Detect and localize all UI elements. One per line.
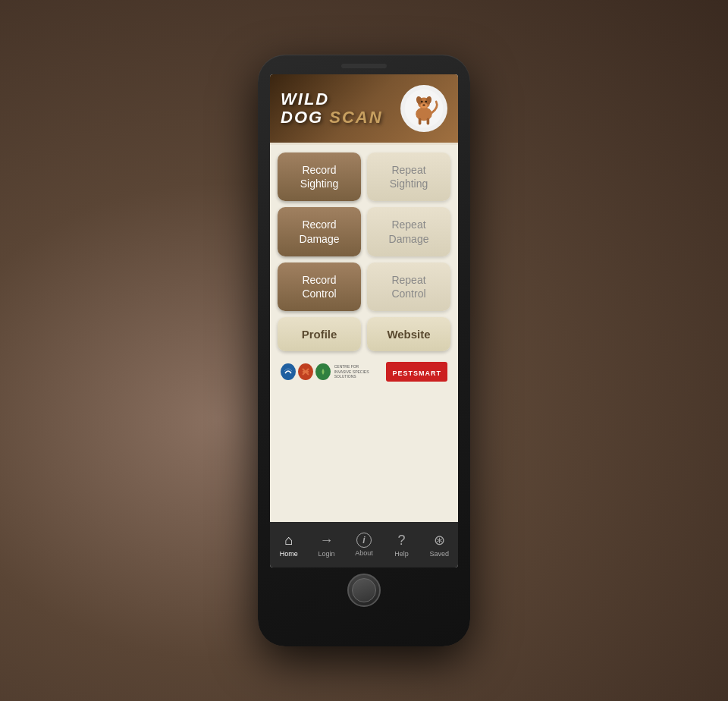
login-icon: →: [319, 533, 333, 549]
record-control-button[interactable]: Record Control: [278, 262, 361, 311]
svg-point-6: [421, 101, 423, 103]
website-button[interactable]: Website: [367, 317, 450, 351]
title-dog: DOG SCAN: [281, 108, 383, 127]
damage-row: Record Damage Repeat Damage: [278, 207, 450, 256]
home-icon: ⌂: [284, 533, 293, 549]
profile-button[interactable]: Profile: [278, 317, 361, 351]
org-logo-green: [315, 363, 331, 380]
pestsmart-logo: PESTSMART: [386, 362, 447, 382]
sighting-row: Record Sighting Repeat Sighting: [278, 152, 450, 201]
saved-label: Saved: [429, 550, 449, 558]
help-icon: ?: [398, 533, 406, 549]
svg-point-7: [425, 101, 427, 103]
login-label: Login: [318, 550, 334, 558]
title-dog-text: DOG: [281, 108, 323, 127]
phone-speaker: [341, 64, 387, 68]
svg-rect-9: [419, 118, 422, 125]
dog-logo: [400, 85, 447, 132]
svg-point-8: [422, 104, 425, 105]
bottom-nav: ⌂ Home → Login i About ? Help ⊛ Saved: [270, 522, 458, 567]
logos-row: CENTRE FOR INVASIVE SPECIES SOLUTIONS PE…: [278, 357, 450, 386]
saved-icon: ⊛: [434, 532, 445, 549]
repeat-control-button[interactable]: Repeat Control: [367, 262, 450, 311]
org-logo-blue: [281, 363, 296, 380]
app-header: WILD DOG SCAN: [270, 74, 458, 143]
nav-item-login[interactable]: → Login: [308, 533, 344, 558]
dog-icon: [403, 88, 444, 129]
nav-item-home[interactable]: ⌂ Home: [271, 533, 307, 558]
org-logos: CENTRE FOR INVASIVE SPECIES SOLUTIONS: [281, 363, 386, 380]
svg-rect-10: [427, 118, 430, 125]
phone-home-button[interactable]: [347, 574, 381, 607]
about-icon: i: [356, 533, 372, 548]
org-name: CENTRE FOR INVASIVE SPECIES SOLUTIONS: [334, 364, 387, 379]
org-logo-red: [298, 363, 313, 380]
nav-item-about[interactable]: i About: [346, 533, 382, 557]
svg-point-11: [283, 366, 293, 377]
profile-website-row: Profile Website: [278, 317, 450, 351]
control-row: Record Control Repeat Control: [278, 262, 450, 311]
title-scan-text: SCAN: [329, 108, 382, 127]
pestsmart-text: PESTSMART: [392, 369, 441, 377]
record-sighting-button[interactable]: Record Sighting: [278, 152, 361, 201]
title-wild: WILD: [281, 90, 383, 108]
phone-device: WILD DOG SCAN: [258, 55, 470, 646]
about-label: About: [355, 549, 373, 557]
app-content: Record Sighting Repeat Sighting Record D…: [270, 145, 458, 522]
record-damage-button[interactable]: Record Damage: [278, 207, 361, 256]
repeat-sighting-button[interactable]: Repeat Sighting: [367, 152, 450, 201]
svg-point-1: [416, 107, 432, 121]
nav-item-saved[interactable]: ⊛ Saved: [421, 532, 457, 558]
app-title: WILD DOG SCAN: [281, 90, 383, 127]
phone-screen: WILD DOG SCAN: [270, 74, 458, 567]
phone-home-inner: [352, 578, 376, 602]
nav-item-help[interactable]: ? Help: [384, 533, 420, 558]
repeat-damage-button[interactable]: Repeat Damage: [367, 207, 450, 256]
help-label: Help: [394, 550, 409, 558]
home-label: Home: [280, 550, 298, 558]
